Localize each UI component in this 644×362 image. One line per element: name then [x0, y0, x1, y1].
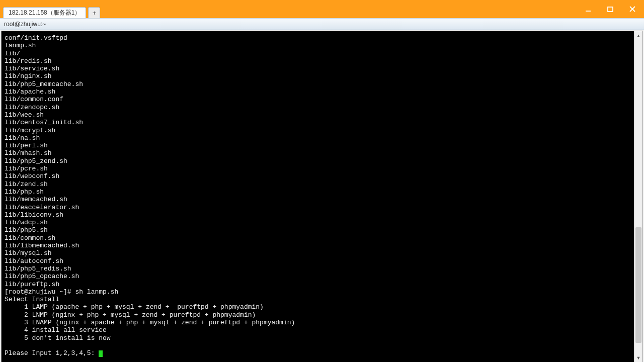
- tab-strip: 182.18.21.158（服务器1） +: [0, 7, 100, 18]
- terminal-container: conf/init.vsftpd lanmp.sh lib/ lib/redis…: [1, 31, 643, 362]
- scroll-thumb[interactable]: [635, 227, 641, 343]
- svg-rect-1: [608, 7, 613, 12]
- minimize-button[interactable]: [581, 4, 596, 14]
- new-tab-button[interactable]: +: [88, 7, 100, 18]
- terminal-prompt: Please Input 1,2,3,4,5:: [5, 349, 99, 357]
- scroll-up-button[interactable]: ▲: [634, 31, 642, 40]
- scroll-down-button[interactable]: ▼: [634, 353, 642, 362]
- window-controls: [581, 4, 644, 18]
- maximize-icon: [607, 6, 613, 12]
- close-icon: [629, 6, 635, 12]
- close-button[interactable]: [625, 4, 640, 14]
- terminal[interactable]: conf/init.vsftpd lanmp.sh lib/ lib/redis…: [2, 31, 634, 362]
- minimize-icon: [585, 6, 591, 12]
- cursor: [99, 350, 103, 357]
- maximize-button[interactable]: [603, 4, 618, 14]
- breadcrumb: root@zhujiwu:~: [0, 18, 644, 30]
- app-header: 182.18.21.158（服务器1） +: [0, 0, 644, 18]
- scrollbar[interactable]: ▲ ▼: [634, 31, 642, 362]
- tab-server-1[interactable]: 182.18.21.158（服务器1）: [3, 7, 86, 18]
